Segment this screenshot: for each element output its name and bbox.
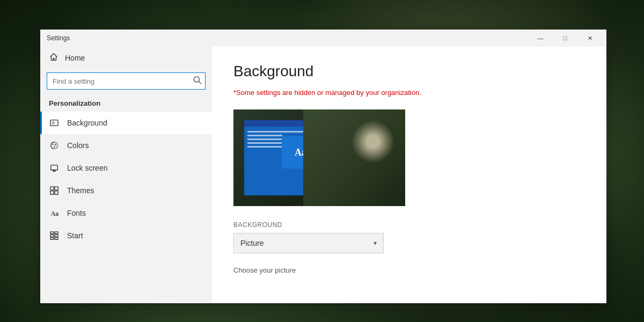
maximize-button[interactable]: □ <box>553 30 577 47</box>
svg-rect-8 <box>51 165 58 170</box>
search-box-container <box>47 72 206 90</box>
preview-line-4 <box>247 142 282 144</box>
background-label: Background <box>67 119 107 127</box>
svg-line-1 <box>199 82 201 84</box>
svg-rect-14 <box>55 191 58 194</box>
svg-rect-20 <box>50 238 54 240</box>
sidebar-item-background[interactable]: Background <box>40 112 212 134</box>
background-preview: Aa <box>233 109 405 206</box>
main-content: Background *Some settings are hidden or … <box>212 47 606 303</box>
fonts-icon: Aa <box>49 208 60 218</box>
lock-screen-label: Lock screen <box>67 164 107 172</box>
preview-line-1 <box>247 131 305 133</box>
svg-point-5 <box>52 144 54 145</box>
page-title: Background <box>233 63 585 80</box>
lock-screen-icon <box>49 163 60 173</box>
svg-rect-11 <box>50 187 54 190</box>
sidebar-item-fonts[interactable]: Aa Fonts <box>40 202 212 224</box>
section-title: Personalization <box>40 96 212 112</box>
start-label: Start <box>67 231 83 240</box>
titlebar: Settings — □ ✕ <box>40 30 606 47</box>
svg-rect-10 <box>53 171 55 172</box>
search-input[interactable] <box>47 72 206 90</box>
sidebar-item-start[interactable]: Start <box>40 224 212 247</box>
sidebar-item-lock-screen[interactable]: Lock screen <box>40 157 212 179</box>
themes-icon <box>49 185 60 196</box>
start-icon <box>49 230 60 241</box>
svg-point-0 <box>194 77 199 82</box>
themes-label: Themes <box>67 186 94 195</box>
preview-taskbar <box>244 120 309 127</box>
background-icon <box>49 118 60 128</box>
close-button[interactable]: ✕ <box>577 30 602 47</box>
svg-rect-17 <box>55 232 58 234</box>
svg-rect-12 <box>55 187 58 190</box>
preview-wallpaper <box>303 109 405 206</box>
svg-rect-18 <box>50 235 54 237</box>
notice-text: *Some settings are hidden or managed by … <box>233 89 585 97</box>
preview-line-2 <box>247 135 282 136</box>
fonts-label: Fonts <box>67 209 86 217</box>
colors-icon <box>49 140 60 151</box>
svg-rect-21 <box>55 238 58 240</box>
sidebar: Home Personalization <box>40 47 212 303</box>
background-field-label: Background <box>233 221 585 229</box>
window-controls: — □ ✕ <box>528 30 602 47</box>
sidebar-item-home[interactable]: Home <box>40 47 212 69</box>
dropdown-value: Picture <box>240 239 264 247</box>
search-icon-button[interactable] <box>193 76 202 87</box>
choose-picture-label: Choose your picture <box>233 266 585 274</box>
svg-rect-19 <box>55 235 58 237</box>
home-label: Home <box>65 54 85 62</box>
window-title: Settings <box>47 34 70 42</box>
background-dropdown[interactable]: Picture ▾ <box>233 233 384 253</box>
svg-point-6 <box>55 144 56 145</box>
settings-window: Settings — □ ✕ Home <box>40 30 606 303</box>
colors-label: Colors <box>67 141 89 150</box>
window-body: Home Personalization <box>40 47 606 303</box>
svg-rect-3 <box>52 121 55 124</box>
svg-rect-13 <box>50 191 54 194</box>
sidebar-item-colors[interactable]: Colors <box>40 134 212 157</box>
chevron-down-icon: ▾ <box>374 239 377 247</box>
minimize-button[interactable]: — <box>528 30 553 47</box>
sidebar-item-themes[interactable]: Themes <box>40 179 212 202</box>
svg-rect-16 <box>50 232 54 234</box>
svg-point-7 <box>54 146 55 148</box>
home-icon <box>49 52 58 64</box>
svg-text:Aa: Aa <box>51 210 58 217</box>
